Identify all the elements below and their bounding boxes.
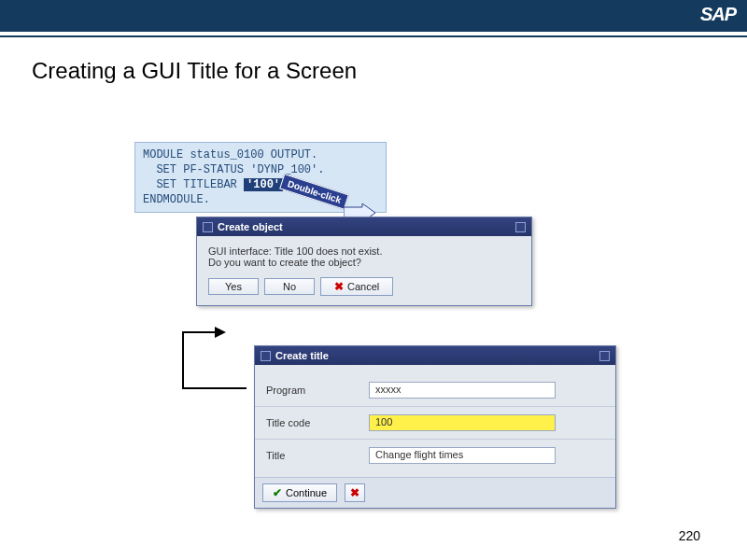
title-code-label: Title code: [266, 417, 369, 428]
check-icon: ✔: [273, 486, 282, 499]
create-object-dialog: Create object GUI interface: Title 100 d…: [196, 217, 532, 306]
connector-arrow-icon: [172, 327, 256, 405]
page-title: Creating a GUI Title for a Screen: [32, 58, 747, 84]
program-label: Program: [266, 385, 369, 396]
divider: [255, 406, 615, 407]
create-title-dialog: Create title Program xxxxx Title code 10…: [254, 345, 616, 509]
code-line3-pre: SET TITLEBAR: [143, 178, 244, 191]
code-line1: MODULE status_0100 OUTPUT.: [143, 148, 317, 161]
yes-label: Yes: [225, 281, 242, 292]
cancel-button[interactable]: ✖Cancel: [320, 277, 393, 296]
header-subdivider: [0, 35, 747, 37]
close-icon[interactable]: [599, 351, 610, 361]
abap-code-block: MODULE status_0100 OUTPUT. SET PF-STATUS…: [134, 142, 387, 213]
divider: [255, 439, 615, 440]
cancel-icon: ✖: [334, 280, 344, 293]
no-button[interactable]: No: [264, 278, 315, 295]
create-object-msg-line2: Do you want to create the object?: [208, 257, 520, 268]
program-field[interactable]: xxxxx: [369, 382, 556, 399]
window-icon: [261, 351, 271, 361]
code-line3-highlight: '100': [244, 178, 283, 191]
cancel-icon: ✖: [350, 486, 359, 499]
page-number: 220: [679, 528, 700, 543]
create-object-titlebar: Create object: [197, 217, 531, 236]
create-title-body: Program xxxxx Title code 100 Title Chang…: [255, 365, 615, 477]
code-line2: SET PF-STATUS 'DYNP_100'.: [143, 163, 324, 176]
title-label: Title: [266, 450, 369, 461]
content-canvas: MODULE status_0100 OUTPUT. SET PF-STATUS…: [0, 84, 747, 523]
create-title-footer: ✔ Continue ✖: [255, 477, 615, 508]
continue-label: Continue: [286, 487, 327, 498]
header-bar: SAP: [0, 0, 747, 32]
yes-button[interactable]: Yes: [208, 278, 259, 295]
sap-logo: SAP: [700, 4, 736, 25]
svg-marker-1: [215, 327, 226, 338]
create-title-titlebar: Create title: [255, 346, 615, 365]
window-icon: [203, 222, 213, 232]
create-object-msg-line1: GUI interface: Title 100 does not exist.: [208, 245, 520, 257]
create-object-title: Create object: [218, 221, 283, 232]
code-line4: ENDMODULE.: [143, 193, 210, 206]
continue-button[interactable]: ✔ Continue: [262, 483, 337, 502]
title-row: Title Change flight times: [266, 447, 604, 464]
close-icon[interactable]: [515, 222, 526, 232]
no-label: No: [283, 281, 296, 292]
cancel-label: Cancel: [347, 281, 379, 292]
program-row: Program xxxxx: [266, 382, 604, 399]
title-field[interactable]: Change flight times: [369, 447, 556, 464]
create-title-title: Create title: [275, 350, 329, 361]
create-object-body: GUI interface: Title 100 does not exist.…: [197, 236, 531, 305]
cancel-mini-button[interactable]: ✖: [345, 483, 365, 502]
title-code-row: Title code 100: [266, 414, 604, 431]
title-code-field[interactable]: 100: [369, 414, 556, 431]
